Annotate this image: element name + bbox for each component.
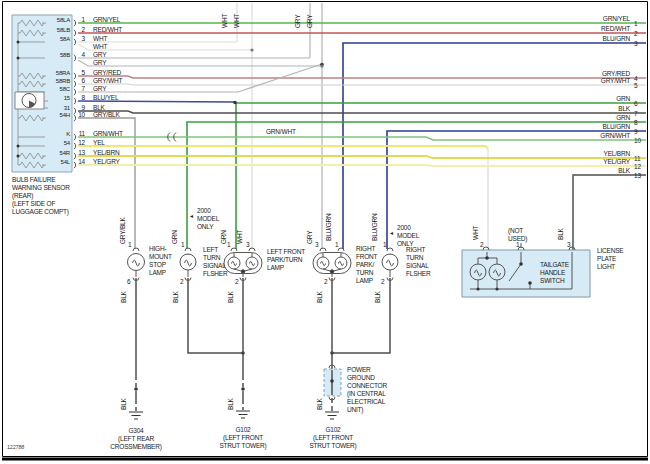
wire-color-label: WHT (236, 230, 244, 244)
wiring-diagram-page: 58LA 58LB 58A 58B 58RA 58RB 58C 15 31 54… (0, 0, 650, 464)
model-note-line: 2000 (197, 207, 211, 215)
wire-number: 9 (634, 128, 637, 136)
component-label-line: HIGH- (149, 245, 166, 253)
component-label-line: SIGNAL (406, 262, 429, 270)
sensor-terminal: 54R (40, 149, 70, 157)
right-front-park-turn-lamp-symbol (313, 248, 351, 281)
component-pin-number: 2 (235, 278, 238, 286)
wire-color-label: BLU/GRN (325, 214, 333, 242)
sensor-name-line: (LEFT SIDE OF (12, 200, 55, 208)
component-label-line: SIGNAL (203, 262, 226, 270)
component-label-line: PARK/TURN (267, 256, 302, 264)
switch-label-line: TAILGATE (540, 261, 569, 269)
wire-color-label: WHT (233, 14, 241, 28)
model-note-line: MODEL (397, 232, 419, 240)
wire-color-label: GRN/YEL (520, 15, 630, 23)
wire-color-label: GRY/WHT (520, 77, 630, 85)
wire-color-label: WHT (472, 226, 480, 240)
sensor-terminal: 15 (40, 94, 70, 102)
wire-color-label: WHT (93, 35, 107, 43)
wire-number: 2 (634, 30, 637, 38)
sensor-terminal: 58A (40, 35, 70, 43)
component-label-line: RIGHT (406, 246, 425, 254)
wire-color-label: GRY/BLK (93, 111, 120, 119)
wire-color-label: BLK (520, 105, 630, 113)
sensor-terminal: 58LB (40, 26, 70, 34)
diagram-id: 122788 (7, 443, 24, 451)
component-label-line: TURN (356, 269, 373, 277)
wire-color-label: YEL/GRY (93, 158, 120, 166)
pwr-gnd-note-line: CONNECTOR (347, 382, 387, 390)
ground-location-line: (LEFT REAR (96, 435, 176, 443)
component-label-line: LAMP (267, 264, 284, 272)
ground-location-line: STRUT TOWER) (203, 442, 283, 450)
component-label-line: FRONT (356, 253, 377, 261)
sensor-pin-number: 11 (76, 130, 85, 138)
sensor-terminal: K (40, 130, 70, 138)
wire-color-label: GRN/WHT (93, 130, 123, 138)
wire-color-label: YEL (93, 139, 105, 147)
pwr-gnd-note-line: ELECTRICAL (347, 398, 385, 406)
wire-number: 8 (634, 119, 637, 127)
wire-color-label: YEL/GRY (520, 158, 630, 166)
component-label-line: PLATE (597, 255, 616, 263)
wire-color-label: GRY/BLK (119, 217, 127, 244)
junction-dot (320, 64, 323, 67)
high-mount-stop-lamp-symbol (128, 248, 145, 281)
wire-color-label: BLK (227, 398, 235, 410)
license-plate-light-box (462, 243, 590, 297)
wire-color-label: BLU/GRN (520, 35, 630, 43)
wire-color-label: BLU/GRN (520, 123, 630, 131)
wire-color-label: YEL/BRN (93, 149, 119, 157)
component-label-line: LAMP (356, 277, 373, 285)
component-label-line: STOP (149, 261, 166, 269)
component-pin-number: 6 (127, 278, 130, 286)
component-label-line: RIGHT (356, 245, 375, 253)
sensor-pin-number: 7 (76, 85, 85, 93)
sensor-pin-number: 4 (76, 51, 85, 59)
wire-number: 10 (634, 137, 641, 145)
wire-number: 12 (634, 163, 641, 171)
sensor-pin-number: 1 (76, 16, 85, 24)
wire-color-label: BLK (227, 291, 235, 303)
wire-color-label: GRY (93, 51, 106, 59)
sensor-pin-number: 2 (76, 26, 85, 34)
wire-color-label: RED/WHT (93, 26, 122, 34)
ground-location-line: (LEFT FRONT (203, 434, 283, 442)
wire-color-label: BLK (172, 291, 180, 303)
sensor-name-line: (REAR) (12, 192, 33, 200)
wire-color-label: BLU/GRN (371, 214, 379, 242)
sensor-terminal: 58RA (40, 69, 70, 77)
wire-color-label: BLK (120, 398, 128, 410)
component-label-line: LIGHT (597, 263, 615, 271)
wire-color-label: GRY (93, 85, 106, 93)
pwr-gnd-note-line: (IN CENTRAL (347, 390, 386, 398)
component-pin-number: 1 (227, 241, 230, 249)
sensor-pin-number: 10 (76, 111, 85, 119)
wire-color-label: RED/WHT (520, 25, 630, 33)
sensor-pin-number: 5 (76, 69, 85, 77)
component-label-line: MOUNT (149, 253, 172, 261)
wire-color-label: BLU/YEL (93, 94, 118, 102)
wire-color-label: BLK (374, 291, 382, 303)
component-pin-number: 1 (128, 241, 131, 249)
model-note-line: ONLY (197, 223, 213, 231)
sensor-pin-number: 12 (76, 139, 85, 147)
junction-dot (233, 101, 237, 105)
wire-color-label: GRN (520, 114, 630, 122)
right-turn-signal-flasher-symbol (382, 248, 398, 281)
sensor-pin-number: 8 (76, 94, 85, 102)
wire-color-label: GRN/WHT (520, 132, 630, 140)
junction-dot (250, 48, 253, 51)
sensor-name-line: WARNING SENSOR (12, 184, 70, 192)
wire-color-label: WHT (93, 43, 107, 51)
component-pin-number: 1 (383, 241, 386, 249)
wire-color-label: GRN/YEL (93, 16, 120, 24)
component-pin-number: 3 (246, 241, 249, 249)
component-pin-number: 2 (480, 241, 483, 249)
wire-color-label: WHT (221, 14, 229, 28)
wire-color-label: BLK (520, 167, 630, 175)
note-arrow-icon: ◄ (189, 212, 194, 220)
wire-color-label: GRY (306, 15, 314, 28)
wire-color-label: GRY (93, 59, 106, 67)
